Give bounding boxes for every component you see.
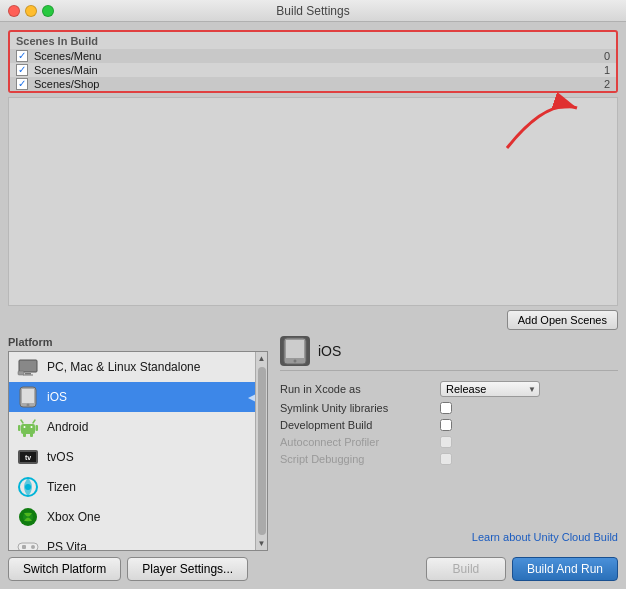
scene-checkbox-main[interactable] (16, 64, 28, 76)
run-in-xcode-label: Run in Xcode as (280, 383, 440, 395)
svg-point-22 (25, 484, 31, 490)
platform-name-ios: iOS (47, 390, 67, 404)
svg-rect-2 (25, 373, 31, 375)
platform-name-tizen: Tizen (47, 480, 76, 494)
svg-rect-7 (22, 389, 34, 403)
platform-list: PC, Mac & Linux Standalone iOS ◄ (8, 351, 268, 551)
switch-platform-button[interactable]: Switch Platform (8, 557, 121, 581)
platform-area: Platform PC, Mac & Linux Standalone (8, 336, 618, 551)
dev-build-checkbox[interactable] (440, 419, 452, 431)
dev-build-row: Development Build (280, 419, 618, 431)
build-and-run-button[interactable]: Build And Run (512, 557, 618, 581)
platform-name-android: Android (47, 420, 88, 434)
close-button[interactable] (8, 5, 20, 17)
platform-item-android[interactable]: Android (9, 412, 267, 442)
svg-rect-15 (36, 425, 39, 431)
scene-row-menu[interactable]: Scenes/Menu 0 (10, 49, 616, 63)
player-settings-button[interactable]: Player Settings... (127, 557, 248, 581)
platform-name-pc: PC, Mac & Linux Standalone (47, 360, 200, 374)
svg-rect-16 (23, 433, 26, 437)
scene-name-menu: Scenes/Menu (34, 50, 594, 62)
scroll-down-arrow[interactable]: ▼ (256, 537, 268, 550)
scroll-thumb[interactable] (258, 367, 266, 535)
psvita-icon (17, 536, 39, 551)
svg-point-30 (294, 360, 297, 363)
scroll-up-arrow[interactable]: ▲ (256, 352, 268, 365)
tvos-icon: tv (17, 446, 39, 468)
svg-point-27 (31, 545, 35, 549)
window-title: Build Settings (276, 4, 349, 18)
title-bar: Build Settings (0, 0, 626, 22)
svg-text:tv: tv (25, 454, 31, 461)
script-debug-checkbox (440, 453, 452, 465)
maximize-button[interactable] (42, 5, 54, 17)
ios-platform-icon (17, 386, 39, 408)
autoconnect-label: Autoconnect Profiler (280, 436, 440, 448)
cloud-build-link[interactable]: Learn about Unity Cloud Build (472, 531, 618, 547)
svg-line-12 (21, 420, 23, 423)
bottom-left-buttons: Switch Platform Player Settings... (8, 557, 248, 581)
add-scenes-row: Add Open Scenes (8, 310, 618, 330)
scene-row-main[interactable]: Scenes/Main 1 (10, 63, 616, 77)
platform-scrollbar[interactable]: ▲ ▼ (255, 352, 267, 550)
symlink-row: Symlink Unity libraries (280, 402, 618, 414)
scene-index-menu: 0 (594, 50, 610, 62)
scene-checkbox-shop[interactable] (16, 78, 28, 90)
svg-point-8 (27, 404, 30, 407)
build-button[interactable]: Build (426, 557, 506, 581)
xbox-icon (17, 506, 39, 528)
bottom-bar: Switch Platform Player Settings... Build… (8, 557, 618, 581)
platform-item-psvita[interactable]: PS Vita (9, 532, 267, 551)
platform-list-container: Platform PC, Mac & Linux Standalone (8, 336, 268, 551)
arrow-annotation (487, 78, 567, 158)
ios-panel-icon (280, 336, 310, 366)
platform-item-tvos[interactable]: tv tvOS (9, 442, 267, 472)
run-in-xcode-select[interactable]: Release Debug (440, 381, 540, 397)
svg-rect-17 (30, 433, 33, 437)
run-in-xcode-select-wrapper[interactable]: Release Debug (440, 381, 540, 397)
bottom-right-buttons: Build Build And Run (426, 557, 618, 581)
svg-rect-29 (286, 340, 304, 358)
platform-name-xboxone: Xbox One (47, 510, 100, 524)
ios-panel-title: iOS (318, 343, 341, 359)
platform-label: Platform (8, 336, 268, 348)
scene-checkbox-menu[interactable] (16, 50, 28, 62)
svg-rect-5 (18, 371, 24, 375)
svg-rect-3 (23, 375, 33, 376)
ios-settings-panel: iOS Run in Xcode as Release Debug Symlin… (268, 336, 618, 551)
platform-item-tizen[interactable]: Tizen (9, 472, 267, 502)
symlink-label: Symlink Unity libraries (280, 402, 440, 414)
autoconnect-row: Autoconnect Profiler (280, 436, 618, 448)
main-content: Scenes In Build Scenes/Menu 0 Scenes/Mai… (0, 22, 626, 589)
platform-name-tvos: tvOS (47, 450, 74, 464)
minimize-button[interactable] (25, 5, 37, 17)
android-icon (17, 416, 39, 438)
svg-rect-26 (22, 545, 26, 549)
platform-item-ios[interactable]: iOS ◄ (9, 382, 267, 412)
dev-build-label: Development Build (280, 419, 440, 431)
ios-header: iOS (280, 336, 618, 371)
scenes-drop-area (8, 97, 618, 306)
window-controls (8, 5, 54, 17)
svg-point-11 (31, 426, 33, 428)
svg-rect-1 (19, 360, 37, 372)
scene-index-shop: 2 (594, 78, 610, 90)
svg-rect-9 (21, 424, 35, 434)
platform-name-psvita: PS Vita (47, 540, 87, 551)
tizen-icon (17, 476, 39, 498)
svg-rect-14 (18, 425, 21, 431)
add-open-scenes-button[interactable]: Add Open Scenes (507, 310, 618, 330)
script-debug-row: Script Debugging (280, 453, 618, 465)
symlink-checkbox[interactable] (440, 402, 452, 414)
pc-icon (17, 356, 39, 378)
platform-item-pc[interactable]: PC, Mac & Linux Standalone (9, 352, 267, 382)
svg-point-10 (24, 426, 26, 428)
autoconnect-checkbox (440, 436, 452, 448)
platform-item-xboxone[interactable]: Xbox One (9, 502, 267, 532)
scene-name-main: Scenes/Main (34, 64, 594, 76)
svg-line-13 (33, 420, 35, 423)
script-debug-label: Script Debugging (280, 453, 440, 465)
scenes-header: Scenes In Build (10, 32, 616, 49)
run-in-xcode-row: Run in Xcode as Release Debug (280, 381, 618, 397)
scene-index-main: 1 (594, 64, 610, 76)
